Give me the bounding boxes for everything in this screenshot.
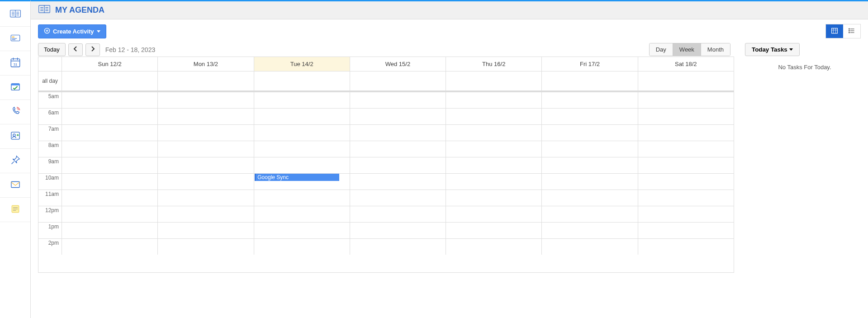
all-day-cell[interactable] (350, 71, 446, 90)
time-slot[interactable] (446, 108, 542, 124)
time-slot[interactable] (158, 190, 254, 206)
all-day-cell[interactable] (638, 71, 734, 90)
time-slot[interactable] (446, 238, 542, 255)
time-slot[interactable] (350, 157, 446, 173)
time-slot[interactable] (350, 124, 446, 141)
time-slot[interactable] (254, 238, 350, 255)
svg-rect-18 (11, 84, 19, 85)
time-slot[interactable] (542, 108, 638, 124)
time-slot[interactable] (638, 206, 734, 222)
time-slot[interactable] (542, 141, 638, 157)
time-slot[interactable] (446, 141, 542, 157)
time-slot[interactable] (542, 206, 638, 222)
time-slot[interactable] (638, 190, 734, 206)
time-slot[interactable] (350, 173, 446, 190)
time-slot[interactable] (254, 141, 350, 157)
layout-list-button[interactable] (843, 24, 860, 38)
time-slot[interactable] (62, 157, 158, 173)
time-slot[interactable] (542, 124, 638, 141)
time-slot[interactable] (638, 108, 734, 124)
sidebar-item-task[interactable] (0, 76, 30, 100)
time-slot[interactable] (62, 124, 158, 141)
time-slot[interactable] (638, 92, 734, 108)
sidebar-item-report[interactable] (0, 27, 30, 51)
time-slot[interactable] (350, 238, 446, 255)
next-button[interactable] (85, 43, 100, 56)
time-slot[interactable] (62, 206, 158, 222)
time-slot[interactable] (62, 222, 158, 238)
time-slot[interactable] (542, 157, 638, 173)
sidebar-item-mail[interactable] (0, 173, 30, 198)
time-slot[interactable] (254, 157, 350, 173)
time-slot[interactable] (62, 108, 158, 124)
view-mode-week[interactable]: Week (673, 43, 701, 56)
time-slot[interactable] (542, 190, 638, 206)
time-slot[interactable] (446, 92, 542, 108)
time-slot[interactable] (638, 238, 734, 255)
time-slot[interactable] (62, 92, 158, 108)
time-slot[interactable] (158, 222, 254, 238)
time-slot[interactable] (350, 108, 446, 124)
time-slot[interactable] (158, 141, 254, 157)
sidebar-item-pin[interactable] (0, 149, 30, 173)
time-slot[interactable] (158, 157, 254, 173)
hour-label: 12pm (38, 206, 62, 222)
time-slot[interactable] (158, 206, 254, 222)
all-day-cell[interactable] (254, 71, 350, 90)
time-slot[interactable] (350, 206, 446, 222)
calendar-grid[interactable]: 5am6am7am8am9am10am11am12pm1pm2pm Google… (38, 92, 734, 273)
time-slot[interactable] (254, 92, 350, 108)
sidebar-item-contact[interactable] (0, 124, 30, 149)
time-slot[interactable] (542, 238, 638, 255)
sidebar-item-notes[interactable] (0, 198, 30, 222)
time-slot[interactable] (638, 222, 734, 238)
time-slot[interactable] (638, 141, 734, 157)
all-day-cell[interactable] (158, 71, 254, 90)
today-tasks-button[interactable]: Today Tasks (745, 43, 800, 56)
time-slot[interactable] (446, 173, 542, 190)
time-slot[interactable] (542, 92, 638, 108)
time-slot[interactable] (350, 190, 446, 206)
time-slot[interactable] (254, 190, 350, 206)
all-day-cell[interactable] (446, 71, 542, 90)
view-mode-month[interactable]: Month (701, 43, 730, 56)
sidebar-item-calendar[interactable]: 31 (0, 51, 30, 76)
task-icon (9, 81, 21, 94)
time-slot[interactable] (158, 238, 254, 255)
time-slot[interactable] (542, 222, 638, 238)
time-slot[interactable] (446, 124, 542, 141)
time-slot[interactable] (158, 92, 254, 108)
time-slot[interactable] (350, 141, 446, 157)
time-slot[interactable] (254, 108, 350, 124)
time-slot[interactable] (158, 124, 254, 141)
all-day-cell[interactable] (62, 71, 158, 90)
create-activity-button[interactable]: Create Activity (38, 24, 106, 38)
prev-button[interactable] (68, 43, 83, 56)
time-slot[interactable] (638, 157, 734, 173)
view-mode-day[interactable]: Day (650, 43, 673, 56)
time-slot[interactable] (542, 173, 638, 190)
time-slot[interactable] (446, 222, 542, 238)
time-slot[interactable] (158, 108, 254, 124)
calendar-event[interactable]: Google Sync (255, 174, 339, 181)
time-slot[interactable] (638, 173, 734, 190)
time-slot[interactable] (350, 92, 446, 108)
sidebar-item-agenda[interactable] (0, 2, 30, 27)
time-slot[interactable] (254, 124, 350, 141)
time-slot[interactable] (254, 222, 350, 238)
time-slot[interactable] (446, 157, 542, 173)
time-slot[interactable] (350, 222, 446, 238)
time-slot[interactable] (62, 190, 158, 206)
time-slot[interactable] (254, 206, 350, 222)
time-slot[interactable] (62, 238, 158, 255)
time-slot[interactable] (446, 190, 542, 206)
all-day-cell[interactable] (542, 71, 638, 90)
time-slot[interactable] (158, 173, 254, 190)
time-slot[interactable] (62, 173, 158, 190)
time-slot[interactable] (446, 206, 542, 222)
layout-calendar-button[interactable] (826, 24, 843, 38)
today-button[interactable]: Today (38, 43, 66, 56)
time-slot[interactable] (62, 141, 158, 157)
time-slot[interactable] (638, 124, 734, 141)
sidebar-item-call[interactable] (0, 100, 30, 124)
